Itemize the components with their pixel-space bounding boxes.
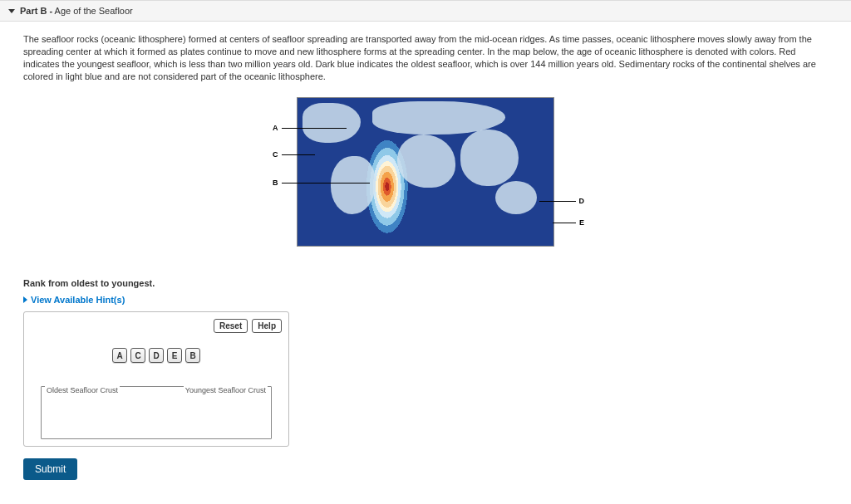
seafloor-age-map <box>297 97 554 247</box>
hints-label: View Available Hint(s) <box>31 295 125 305</box>
tile-tray: A C D E B <box>31 348 282 363</box>
triangle-right-icon <box>23 296 27 303</box>
map-label-d: D <box>539 197 585 205</box>
hints-toggle[interactable]: View Available Hint(s) <box>23 295 828 305</box>
rank-tile[interactable]: C <box>130 348 145 363</box>
rank-tile[interactable]: B <box>185 348 200 363</box>
caret-down-icon <box>8 9 15 13</box>
reset-button[interactable]: Reset <box>214 319 248 333</box>
ranking-dropzone[interactable]: Oldest Seafloor Crust Youngest Seafloor … <box>41 386 272 439</box>
map-label-b: B <box>273 179 370 187</box>
content-area: The seafloor rocks (oceanic lithosphere)… <box>0 22 851 488</box>
rank-tile[interactable]: D <box>149 348 164 363</box>
dropzone-left-label: Oldest Seafloor Crust <box>45 386 120 394</box>
dropzone-right-label: Youngest Seafloor Crust <box>184 386 268 394</box>
map-label-c: C <box>273 150 315 159</box>
rank-instruction: Rank from oldest to youngest. <box>23 278 828 288</box>
submit-button[interactable]: Submit <box>23 458 77 480</box>
part-label: Part B - Age of the Seafloor <box>20 6 133 16</box>
rank-tile[interactable]: A <box>112 348 127 363</box>
ranking-panel: Reset Help A C D E B Oldest Seafloor Cru… <box>23 311 289 447</box>
rank-tile[interactable]: E <box>167 348 182 363</box>
part-header[interactable]: Part B - Age of the Seafloor <box>0 0 851 22</box>
map-container: A C B D E <box>23 91 828 253</box>
map-label-e: E <box>553 218 584 227</box>
help-button[interactable]: Help <box>252 319 282 333</box>
map-label-a: A <box>273 124 347 132</box>
intro-paragraph: The seafloor rocks (oceanic lithosphere)… <box>23 33 828 82</box>
